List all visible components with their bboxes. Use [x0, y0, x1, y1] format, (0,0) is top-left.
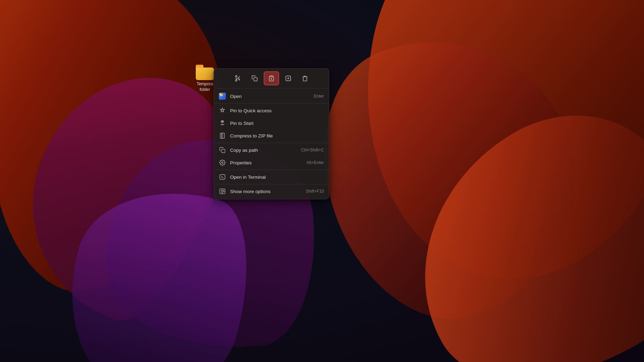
compress-zip-label: Compress to ZIP file: [230, 133, 324, 139]
svg-rect-4: [270, 76, 272, 77]
copy-path-shortcut: Ctrl+Shift+C: [301, 148, 324, 152]
folder-label: Tempora folder: [197, 81, 213, 92]
properties-label: Properties: [230, 160, 302, 165]
more-options-icon: [219, 188, 226, 195]
divider-3: [214, 170, 329, 170]
svg-point-0: [235, 80, 237, 81]
menu-item-open[interactable]: Open Enter: [214, 90, 329, 102]
menu-item-pin-start[interactable]: Pin to Start: [214, 117, 329, 129]
menu-item-compress-zip[interactable]: Compress to ZIP file: [214, 129, 329, 142]
delete-button[interactable]: [297, 71, 313, 85]
open-label: Open: [230, 94, 310, 99]
svg-point-16: [222, 162, 223, 164]
folder-graphic: [196, 65, 214, 80]
menu-item-open-terminal[interactable]: Open in Terminal: [214, 171, 329, 183]
folder-open-icon: [219, 93, 226, 100]
show-more-shortcut: Shift+F10: [306, 189, 324, 194]
svg-rect-3: [254, 78, 257, 81]
divider-1: [214, 103, 329, 104]
zip-icon: [219, 132, 226, 139]
copy-button[interactable]: [247, 71, 262, 85]
context-menu: Paste (Ctrl+V): [214, 68, 329, 199]
rename-button[interactable]: A: [281, 71, 296, 85]
svg-text:A: A: [287, 77, 289, 80]
open-shortcut: Enter: [314, 94, 324, 99]
menu-items-section: Open Enter Pin to Quick access Pin t: [214, 88, 329, 199]
pin-start-label: Pin to Start: [230, 121, 324, 126]
svg-point-1: [235, 76, 237, 77]
copy-path-icon: [219, 147, 226, 154]
paste-button[interactable]: [264, 71, 279, 85]
quick-toolbar: Paste (Ctrl+V): [214, 69, 329, 88]
show-more-label: Show more options: [230, 189, 302, 194]
menu-item-pin-quick-access[interactable]: Pin to Quick access: [214, 104, 329, 117]
svg-rect-15: [222, 149, 225, 153]
menu-item-show-more[interactable]: Show more options Shift+F10: [214, 185, 329, 198]
pin-quick-access-icon: [219, 107, 226, 114]
divider-2: [214, 143, 329, 143]
properties-shortcut: Alt+Enter: [306, 160, 324, 165]
properties-icon: [219, 159, 226, 166]
cut-button[interactable]: [230, 71, 245, 85]
pin-quick-access-label: Pin to Quick access: [230, 108, 324, 113]
copy-path-label: Copy as path: [230, 148, 297, 153]
divider-4: [214, 184, 329, 184]
menu-item-copy-path[interactable]: Copy as path Ctrl+Shift+C: [214, 144, 329, 156]
menu-item-properties[interactable]: Properties Alt+Enter: [214, 156, 329, 169]
open-terminal-label: Open in Terminal: [230, 175, 324, 180]
pin-start-icon: [219, 120, 226, 127]
terminal-icon: [219, 173, 226, 180]
